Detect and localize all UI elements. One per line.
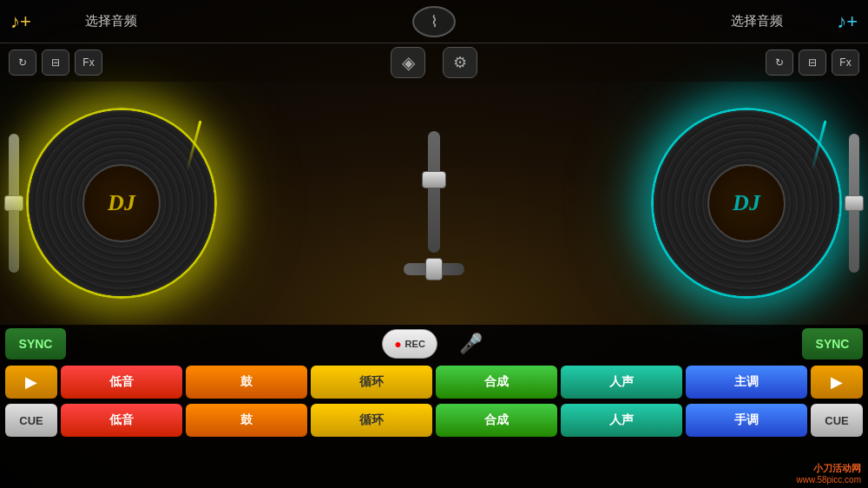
music-note-left-icon: ♪+ xyxy=(10,10,31,33)
deck-area: DJ DJ xyxy=(0,82,868,325)
right-turntable[interactable]: DJ xyxy=(651,108,842,299)
play-left-icon: ▶ xyxy=(25,373,37,392)
waveform-icon: ⌇ xyxy=(431,12,438,31)
left-audio-label[interactable]: 选择音频 xyxy=(38,13,184,30)
left-volume-handle[interactable] xyxy=(4,195,23,211)
left-label: DJ xyxy=(82,164,161,242)
top-bar: ♪+ 选择音频 ⌇ 选择音频 ♪+ xyxy=(0,0,868,43)
rec-dot-icon: ● xyxy=(394,337,401,351)
left-loop-fx-button-cue[interactable]: 循环 xyxy=(311,404,432,437)
gear-icon: ⚙ xyxy=(453,53,467,72)
left-drum-button-cue[interactable]: 鼓 xyxy=(186,404,307,437)
mixer-fader-handle[interactable] xyxy=(422,171,446,188)
right-sync-button[interactable]: SYNC xyxy=(802,328,863,359)
right-grooves: DJ xyxy=(654,110,839,296)
left-play-button[interactable]: ▶ xyxy=(5,366,57,399)
left-loop-label-cue: 循环 xyxy=(359,412,384,428)
gear-button[interactable]: ⚙ xyxy=(443,47,477,78)
cue-row: CUE 低音 鼓 循环 合成 人声 手调 CUE xyxy=(0,401,868,439)
right-play-button[interactable]: ▶ xyxy=(811,366,863,399)
watermark: 小刀活动网 www.58picc.com xyxy=(797,462,861,485)
right-audio-label[interactable]: 选择音频 xyxy=(684,13,830,30)
crossfader[interactable] xyxy=(404,263,464,275)
right-label: DJ xyxy=(707,164,786,242)
left-drum-button-play[interactable]: 鼓 xyxy=(186,366,307,399)
left-bass-label-play: 低音 xyxy=(109,374,134,390)
right-manual-label-cue: 手调 xyxy=(734,412,759,428)
play-right-icon: ▶ xyxy=(831,373,843,392)
left-eq-button[interactable]: ⊟ xyxy=(42,49,69,76)
left-grooves: DJ xyxy=(29,110,214,296)
right-volume-handle[interactable] xyxy=(845,195,864,211)
loop-icon: ↻ xyxy=(18,56,27,69)
mixer-fader[interactable] xyxy=(428,131,440,253)
left-deck: DJ xyxy=(9,108,217,299)
right-key-button-play[interactable]: 主调 xyxy=(686,366,807,399)
left-volume-slider[interactable] xyxy=(9,134,19,273)
right-fx-button[interactable]: Fx xyxy=(832,49,859,76)
right-loop-button[interactable]: ↻ xyxy=(766,49,793,76)
top-bar-right: 选择音频 ♪+ xyxy=(684,10,858,33)
music-note-right-icon: ♪+ xyxy=(837,10,858,33)
sync-row: SYNC ● REC 🎤 SYNC xyxy=(0,325,868,363)
right-vocal-label-cue: 人声 xyxy=(609,412,634,428)
right-manual-button-cue[interactable]: 手调 xyxy=(686,404,807,437)
left-drum-label-play: 鼓 xyxy=(240,374,253,390)
play-row: ▶ 低音 鼓 循环 合成 人声 主调 ▶ xyxy=(0,363,868,401)
mic-button[interactable]: 🎤 xyxy=(455,329,486,359)
center-controls-group: ◈ ⚙ xyxy=(391,47,477,78)
waveform-button[interactable]: ⌇ xyxy=(412,6,456,37)
right-synth-button-play[interactable]: 合成 xyxy=(436,366,557,399)
left-dj-text: DJ xyxy=(108,190,135,216)
rec-button[interactable]: ● REC xyxy=(382,329,437,359)
right-vocal-button-cue[interactable]: 人声 xyxy=(561,404,682,437)
watermark-line1: 小刀活动网 xyxy=(797,462,861,475)
eq-icon: ⊟ xyxy=(51,56,60,69)
controls-bar: ↻ ⊟ Fx ◈ ⚙ ↻ ⊟ Fx xyxy=(0,43,868,82)
right-loop-icon: ↻ xyxy=(775,56,784,69)
left-loop-fx-button-play[interactable]: 循环 xyxy=(311,366,432,399)
left-cue-button[interactable]: CUE xyxy=(5,404,57,437)
right-synth-button-cue[interactable]: 合成 xyxy=(436,404,557,437)
fx-label-right: Fx xyxy=(839,56,851,69)
right-cue-button[interactable]: CUE xyxy=(811,404,863,437)
right-synth-label-play: 合成 xyxy=(484,374,509,390)
right-synth-label-cue: 合成 xyxy=(484,412,509,428)
rec-label: REC xyxy=(405,339,425,349)
watermark-line2: www.58picc.com xyxy=(797,475,861,485)
right-controls-group: ↻ ⊟ Fx xyxy=(766,49,859,76)
right-key-label-play: 主调 xyxy=(734,374,759,390)
right-vocal-label-play: 人声 xyxy=(609,374,634,390)
right-eq-icon: ⊟ xyxy=(808,56,817,69)
left-controls-group: ↻ ⊟ Fx xyxy=(9,49,102,76)
crossfader-handle[interactable] xyxy=(425,258,443,280)
top-bar-left: ♪+ 选择音频 xyxy=(10,10,184,33)
left-bass-button-cue[interactable]: 低音 xyxy=(61,404,182,437)
bottom-section: SYNC ● REC 🎤 SYNC ▶ 低音 鼓 循环 合成 人 xyxy=(0,325,868,488)
mic-icon: 🎤 xyxy=(459,333,483,355)
center-mixer xyxy=(395,131,473,275)
right-deck: DJ xyxy=(651,108,859,299)
left-loop-button[interactable]: ↻ xyxy=(9,49,36,76)
right-dj-text: DJ xyxy=(733,190,760,216)
left-bass-label-cue: 低音 xyxy=(109,412,134,428)
diamond-icon: ◈ xyxy=(402,52,415,73)
left-loop-label-play: 循环 xyxy=(359,374,384,390)
right-volume-slider[interactable] xyxy=(849,134,859,273)
left-bass-button-play[interactable]: 低音 xyxy=(61,366,182,399)
diamond-button[interactable]: ◈ xyxy=(391,47,425,78)
left-fx-button[interactable]: Fx xyxy=(75,49,102,76)
right-vocal-button-play[interactable]: 人声 xyxy=(561,366,682,399)
center-rec-mic: ● REC 🎤 xyxy=(71,329,797,359)
right-eq-button[interactable]: ⊟ xyxy=(799,49,826,76)
left-drum-label-cue: 鼓 xyxy=(240,412,253,428)
left-sync-button[interactable]: SYNC xyxy=(5,328,66,359)
fx-label-left: Fx xyxy=(82,56,94,69)
left-turntable[interactable]: DJ xyxy=(26,108,217,299)
